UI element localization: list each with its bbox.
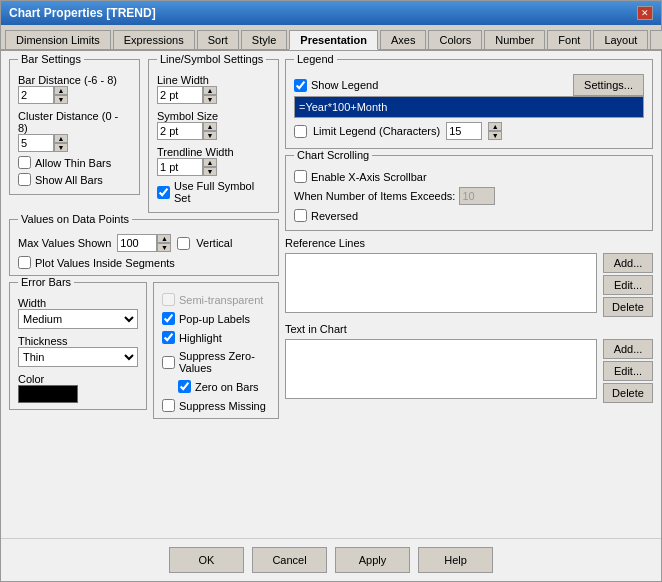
line-symbol-group: Line/Symbol Settings Line Width ▲ ▼ bbox=[148, 59, 279, 213]
use-full-symbol-row: Use Full Symbol Set bbox=[157, 180, 270, 204]
enable-scrollbar-checkbox[interactable] bbox=[294, 170, 307, 183]
color-section: Color bbox=[18, 373, 138, 403]
width-dropdown[interactable]: Medium Narrow Wide bbox=[18, 309, 138, 329]
ref-delete-button[interactable]: Delete bbox=[603, 297, 653, 317]
content-area: Bar Settings Bar Distance (-6 - 8) ▲ ▼ bbox=[1, 51, 661, 538]
legend-content: Show Legend Settings... =Year*100+Month … bbox=[294, 74, 644, 140]
suppress-missing-row: Suppress Missing bbox=[162, 399, 270, 412]
text-in-chart-list bbox=[285, 339, 597, 399]
color-picker[interactable] bbox=[18, 385, 78, 403]
trendline-width-up[interactable]: ▲ bbox=[203, 158, 217, 167]
max-values-down[interactable]: ▼ bbox=[157, 243, 171, 252]
cancel-button[interactable]: Cancel bbox=[252, 547, 327, 573]
tab-expressions[interactable]: Expressions bbox=[113, 30, 195, 49]
limit-legend-input[interactable] bbox=[446, 122, 482, 140]
bar-settings-group: Bar Settings Bar Distance (-6 - 8) ▲ ▼ bbox=[9, 59, 140, 195]
tab-caption[interactable]: Caption bbox=[650, 30, 662, 49]
suppress-zero-label: Suppress Zero-Values bbox=[179, 350, 270, 374]
allow-thin-bars-label: Allow Thin Bars bbox=[35, 157, 111, 169]
limit-down[interactable]: ▼ bbox=[488, 131, 502, 140]
plot-values-checkbox[interactable] bbox=[18, 256, 31, 269]
cluster-distance-down[interactable]: ▼ bbox=[54, 143, 68, 152]
semi-transparent-label: Semi-transparent bbox=[179, 294, 263, 306]
show-legend-label: Show Legend bbox=[311, 79, 378, 91]
max-values-label: Max Values Shown bbox=[18, 237, 111, 249]
reversed-checkbox[interactable] bbox=[294, 209, 307, 222]
show-all-bars-checkbox[interactable] bbox=[18, 173, 31, 186]
max-values-row: Max Values Shown ▲ ▼ Vertical bbox=[18, 234, 270, 252]
apply-button[interactable]: Apply bbox=[335, 547, 410, 573]
bar-distance-input[interactable] bbox=[18, 86, 54, 104]
legend-group: Legend Show Legend Settings... =Year*100… bbox=[285, 59, 653, 149]
suppress-zero-checkbox[interactable] bbox=[162, 356, 175, 369]
vertical-checkbox[interactable] bbox=[177, 237, 190, 250]
legend-settings-button[interactable]: Settings... bbox=[573, 74, 644, 96]
tab-axes[interactable]: Axes bbox=[380, 30, 426, 49]
trendline-width-section: Trendline Width ▲ ▼ bbox=[157, 146, 270, 176]
symbol-size-down[interactable]: ▼ bbox=[203, 131, 217, 140]
line-width-up[interactable]: ▲ bbox=[203, 86, 217, 95]
show-all-bars-row: Show All Bars bbox=[18, 173, 131, 186]
tab-style[interactable]: Style bbox=[241, 30, 287, 49]
tab-number[interactable]: Number bbox=[484, 30, 545, 49]
symbol-size-input[interactable] bbox=[157, 122, 203, 140]
thickness-dropdown[interactable]: Thin Medium Thick bbox=[18, 347, 138, 367]
tab-presentation[interactable]: Presentation bbox=[289, 30, 378, 50]
max-values-input[interactable] bbox=[117, 234, 157, 252]
line-width-down[interactable]: ▼ bbox=[203, 95, 217, 104]
tab-sort[interactable]: Sort bbox=[197, 30, 239, 49]
trendline-width-input[interactable] bbox=[157, 158, 203, 176]
legend-item-text: =Year*100+Month bbox=[299, 101, 387, 113]
cluster-distance-input[interactable] bbox=[18, 134, 54, 152]
bar-distance-up[interactable]: ▲ bbox=[54, 86, 68, 95]
cluster-distance-up[interactable]: ▲ bbox=[54, 134, 68, 143]
ok-button[interactable]: OK bbox=[169, 547, 244, 573]
highlight-label: Highlight bbox=[179, 332, 222, 344]
text-in-chart-content: Add... Edit... Delete bbox=[285, 339, 653, 403]
text-delete-button[interactable]: Delete bbox=[603, 383, 653, 403]
zero-on-bars-checkbox[interactable] bbox=[178, 380, 191, 393]
bar-distance-down[interactable]: ▼ bbox=[54, 95, 68, 104]
limit-legend-arrows: ▲ ▼ bbox=[488, 122, 502, 140]
left-panel: Bar Settings Bar Distance (-6 - 8) ▲ ▼ bbox=[9, 59, 279, 530]
help-button[interactable]: Help bbox=[418, 547, 493, 573]
symbol-size-up[interactable]: ▲ bbox=[203, 122, 217, 131]
bar-distance-label: Bar Distance (-6 - 8) bbox=[18, 74, 131, 86]
bottom-bar: OK Cancel Apply Help bbox=[1, 538, 661, 581]
bar-settings-col: Bar Settings Bar Distance (-6 - 8) ▲ ▼ bbox=[9, 59, 140, 213]
window-title: Chart Properties [TREND] bbox=[9, 6, 156, 20]
highlight-row: Highlight bbox=[162, 331, 270, 344]
plot-values-label: Plot Values Inside Segments bbox=[35, 257, 175, 269]
suppress-missing-label: Suppress Missing bbox=[179, 400, 266, 412]
max-values-up[interactable]: ▲ bbox=[157, 234, 171, 243]
reference-lines-title: Reference Lines bbox=[285, 237, 653, 249]
limit-up[interactable]: ▲ bbox=[488, 122, 502, 131]
tab-layout[interactable]: Layout bbox=[593, 30, 648, 49]
ref-add-button[interactable]: Add... bbox=[603, 253, 653, 273]
popup-labels-checkbox[interactable] bbox=[162, 312, 175, 325]
text-edit-button[interactable]: Edit... bbox=[603, 361, 653, 381]
scrolling-content: Enable X-Axis Scrollbar When Number of I… bbox=[294, 170, 644, 222]
show-legend-checkbox[interactable] bbox=[294, 79, 307, 92]
semi-transparent-checkbox[interactable] bbox=[162, 293, 175, 306]
zero-on-bars-row: Zero on Bars bbox=[162, 380, 270, 393]
limit-legend-checkbox[interactable] bbox=[294, 125, 307, 138]
line-symbol-col: Line/Symbol Settings Line Width ▲ ▼ bbox=[148, 59, 279, 213]
when-exceeds-input[interactable] bbox=[459, 187, 495, 205]
text-add-button[interactable]: Add... bbox=[603, 339, 653, 359]
ref-edit-button[interactable]: Edit... bbox=[603, 275, 653, 295]
use-full-symbol-checkbox[interactable] bbox=[157, 186, 170, 199]
legend-list[interactable]: =Year*100+Month bbox=[294, 96, 644, 118]
suppress-missing-checkbox[interactable] bbox=[162, 399, 175, 412]
tab-colors[interactable]: Colors bbox=[428, 30, 482, 49]
trendline-width-down[interactable]: ▼ bbox=[203, 167, 217, 176]
allow-thin-bars-checkbox[interactable] bbox=[18, 156, 31, 169]
line-width-input[interactable] bbox=[157, 86, 203, 104]
text-in-chart-title: Text in Chart bbox=[285, 323, 653, 335]
line-width-section: Line Width ▲ ▼ bbox=[157, 74, 270, 104]
close-button[interactable]: ✕ bbox=[637, 6, 653, 20]
tab-font[interactable]: Font bbox=[547, 30, 591, 49]
highlight-checkbox[interactable] bbox=[162, 331, 175, 344]
tab-dimension-limits[interactable]: Dimension Limits bbox=[5, 30, 111, 49]
main-area: Bar Settings Bar Distance (-6 - 8) ▲ ▼ bbox=[9, 59, 653, 530]
